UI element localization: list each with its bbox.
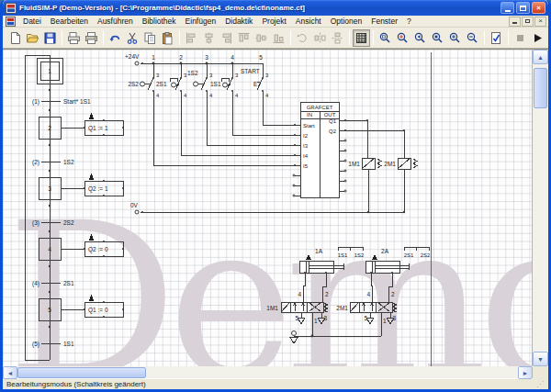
minimize-button[interactable] (500, 2, 514, 14)
supply-label: +24V (125, 53, 140, 60)
pneumatic-circuit[interactable]: 1A 1S1 1S2 2A (266, 247, 431, 343)
close-button[interactable]: × (532, 2, 545, 14)
align-right-button[interactable] (218, 29, 235, 47)
mdi-minimize-button[interactable] (509, 17, 521, 27)
menu-einfuegen[interactable]: Einfügen (181, 16, 221, 27)
sim-stop-button[interactable] (512, 29, 529, 47)
play-icon (531, 31, 545, 45)
arrow-up-icon: ▲ (537, 54, 544, 61)
valve-2M1[interactable]: 2M1 4 2 5 1 3 (336, 291, 397, 324)
open-button[interactable] (24, 29, 41, 47)
align-center-button[interactable] (200, 29, 218, 47)
scroll-up-button[interactable]: ▲ (533, 50, 548, 64)
step-5-number: 5 (48, 307, 51, 313)
action-4-text: Q2 := 0 (88, 246, 108, 253)
zoom-fit-button[interactable] (429, 29, 446, 47)
status-bar: Bearbeitungsmodus (Schaltkreis geändert)… (3, 378, 548, 389)
close-icon: × (536, 5, 541, 12)
solenoid-coils[interactable]: 1M1 2M1 (344, 119, 417, 213)
arrow-right-icon: ► (523, 370, 529, 376)
horizontal-scroll-thumb[interactable] (17, 367, 146, 378)
align-top-icon (237, 31, 251, 45)
mirror-horizontal-button[interactable] (311, 29, 329, 47)
save-button[interactable] (41, 29, 59, 47)
align-middle-button[interactable] (253, 29, 270, 47)
copy-button[interactable] (141, 29, 159, 47)
plc-title: GRAFCET (307, 105, 333, 110)
pin4-label: 4 (265, 93, 269, 98)
scroll-right-button[interactable]: ► (518, 366, 533, 379)
align-bottom-button[interactable] (270, 29, 287, 47)
transition-2-condition: 1S2 (63, 159, 74, 165)
align-top-button[interactable] (235, 29, 253, 47)
port-2-label: 2 (391, 291, 395, 297)
sim-start-button[interactable] (529, 29, 546, 47)
page-setup-button[interactable] (65, 29, 83, 47)
mirror-vertical-icon (331, 31, 344, 45)
mdi-minimize-icon (512, 22, 517, 24)
grafcet-plc-block[interactable]: GRAFCET IN OUT Start I2 I3 I4 I5 Q1 Q2 (293, 102, 346, 197)
new-button[interactable] (6, 29, 24, 47)
circuit-check-button[interactable] (488, 29, 505, 47)
title-bar[interactable]: FluidSIM-P (Demo-Version) - [C:\Programm… (3, 0, 548, 16)
vertical-scrollbar[interactable]: ▲ ▼ (533, 50, 548, 366)
mdi-close-button[interactable]: × (534, 17, 546, 27)
zoom-in-button[interactable] (446, 29, 464, 47)
plc-in-header: IN (307, 112, 312, 118)
ruler-2S1-label: 2S1 (404, 252, 414, 258)
menu-ansicht[interactable]: Ansicht (291, 16, 326, 27)
pin3-label: 3 (265, 73, 269, 78)
electrical-ladder[interactable]: +24V 1 2 3 4 5 3 3 3 3 3 4 4 (125, 53, 404, 214)
menu-projekt[interactable]: Projekt (257, 16, 290, 27)
air-supply-source[interactable] (290, 322, 382, 343)
app-icon (6, 3, 17, 14)
menu-optionen[interactable]: Optionen (326, 16, 367, 27)
horizontal-scroll-track[interactable] (17, 366, 518, 378)
pin4-label: 4 (184, 93, 187, 98)
menu-didaktik[interactable]: Didaktik (220, 16, 257, 27)
status-text: Bearbeitungsmodus (Schaltkreis geändert) (6, 380, 146, 388)
edge-arrow-icon (89, 113, 95, 301)
undo-button[interactable] (107, 29, 124, 47)
vertical-scroll-thumb[interactable] (534, 68, 547, 108)
valve-2M1-label: 2M1 (336, 305, 348, 311)
start-button-label: START (241, 68, 260, 74)
paste-button[interactable] (159, 29, 176, 47)
sfc-chart[interactable]: 1 2 3 4 5 (1) Start* 1S1 (2) 1S2 (3) 2S2… (25, 55, 124, 360)
transition-4-number: (4) (32, 280, 39, 287)
maximize-icon (520, 6, 526, 11)
circuit-canvas[interactable]: Demo (3, 50, 533, 366)
cylinder-2A[interactable]: 2A (365, 248, 409, 273)
align-left-button[interactable] (183, 29, 200, 47)
stop-icon (513, 31, 527, 45)
zoom-out-button[interactable] (464, 29, 481, 47)
mirror-vertical-button[interactable] (329, 29, 346, 47)
menu-hilfe[interactable]: ? (402, 16, 416, 27)
maximize-button[interactable] (516, 2, 530, 14)
rotate-button[interactable] (294, 29, 311, 47)
menu-bearbeiten[interactable]: Bearbeiten (46, 16, 93, 27)
menu-bibliothek[interactable]: Bibliothek (138, 16, 181, 27)
zoom-window-button[interactable] (377, 29, 394, 47)
align-right-icon (219, 31, 233, 45)
grid-toggle-button[interactable] (353, 29, 370, 47)
horizontal-scrollbar[interactable]: ◄ ► (3, 365, 548, 378)
print-button[interactable] (83, 29, 100, 47)
menu-datei[interactable]: Datei (18, 16, 46, 27)
zoom-pan-button[interactable] (394, 29, 411, 47)
zoom-previous-button[interactable] (411, 29, 429, 47)
scroll-left-button[interactable]: ◄ (3, 366, 17, 379)
menu-fenster[interactable]: Fenster (366, 16, 402, 27)
undo-icon (108, 31, 122, 45)
sim-pause-button[interactable] (546, 29, 551, 47)
cut-button[interactable] (124, 29, 141, 47)
plc-output-q1: Q1 (329, 118, 337, 124)
transition-2-number: (2) (32, 159, 39, 166)
resize-grip-icon[interactable]: ⋰ (536, 380, 545, 388)
vertical-scroll-track[interactable] (533, 64, 548, 352)
mdi-restore-button[interactable] (522, 17, 534, 27)
step-2-number: 2 (48, 125, 51, 131)
menu-ausfuehren[interactable]: Ausführen (93, 16, 138, 27)
scroll-down-button[interactable]: ▼ (533, 352, 548, 366)
copy-icon (143, 31, 157, 45)
